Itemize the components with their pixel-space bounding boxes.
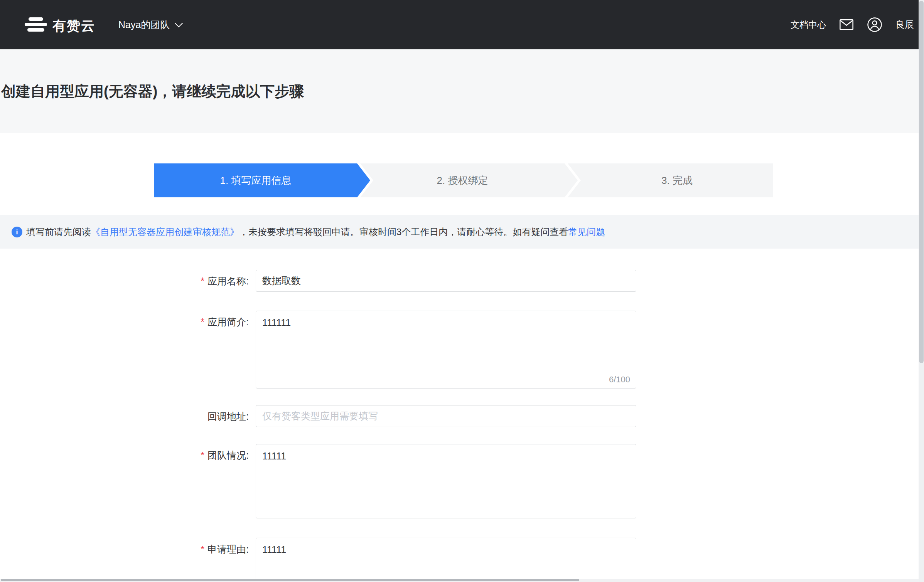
team-selector[interactable]: Naya的团队 [118, 0, 182, 49]
logo-bar [27, 28, 44, 32]
horizontal-scrollbar[interactable] [0, 579, 924, 582]
user-avatar-icon[interactable] [867, 17, 882, 32]
required-asterisk: * [201, 316, 204, 327]
apply-reason-field: 11111 [256, 538, 636, 579]
brand-title: 有赞云 [52, 17, 95, 35]
callback-url-label: 回调地址: [125, 410, 249, 422]
notice-text-part2: ，未按要求填写将驳回申请。审核时间3个工作日内，请耐心等待。如有疑问查看 [239, 227, 568, 237]
logo-bar [29, 17, 43, 21]
char-counter: 6/100 [609, 375, 630, 385]
step-tab-2-authorize-bind[interactable]: 2. 授权绑定 [360, 163, 578, 197]
app-name-label: *应用名称: [125, 275, 249, 287]
team-info-field: 11111 [256, 444, 636, 518]
steps-section: 1. 填写应用信息 2. 授权绑定 3. 完成 [0, 133, 924, 215]
apply-reason-label: *申请理由: [125, 543, 249, 555]
audit-spec-link[interactable]: 《自用型无容器应用创建审核规范》 [91, 227, 239, 237]
required-asterisk: * [201, 276, 204, 286]
step-tab-3-done[interactable]: 3. 完成 [568, 163, 773, 197]
step-label: 3. 完成 [661, 174, 693, 187]
app-form: *应用名称: *应用简介: 111111 6/100 回调地址: *团队情况: … [0, 249, 924, 579]
team-info-label: *团队情况: [125, 449, 249, 461]
label-text: 应用简介: [207, 316, 249, 327]
app-intro-label: *应用简介: [125, 316, 249, 328]
faq-link[interactable]: 常见问题 [568, 227, 605, 237]
callback-url-input[interactable] [256, 405, 636, 427]
step-label: 1. 填写应用信息 [220, 174, 292, 187]
header-right-group: 文档中心 良辰 [791, 0, 914, 49]
logo-bar [25, 23, 47, 26]
info-icon: i [12, 227, 22, 237]
required-asterisk: * [201, 450, 204, 461]
apply-reason-textarea[interactable]: 11111 [256, 538, 636, 579]
label-text: 申请理由: [207, 544, 249, 555]
label-text: 回调地址: [207, 411, 249, 422]
top-header: 有赞云 Naya的团队 文档中心 良辰 [0, 0, 924, 49]
username[interactable]: 良辰 [895, 19, 914, 31]
page-title: 创建自用型应用(无容器)，请继续完成以下步骤 [1, 81, 304, 101]
youzan-logo-icon[interactable] [25, 17, 47, 32]
notice-text: 填写前请先阅读《自用型无容器应用创建审核规范》，未按要求填写将驳回申请。审核时间… [26, 226, 605, 238]
app-intro-textarea[interactable]: 111111 [256, 311, 636, 389]
app-name-input[interactable] [256, 270, 636, 292]
vertical-scrollbar[interactable] [919, 0, 924, 582]
team-selector-label: Naya的团队 [118, 19, 170, 31]
notice-text-part1: 填写前请先阅读 [26, 227, 91, 237]
step-label: 2. 授权绑定 [437, 174, 488, 187]
title-band: 创建自用型应用(无容器)，请继续完成以下步骤 [0, 49, 924, 133]
mail-icon[interactable] [839, 19, 854, 31]
horizontal-scrollbar-thumb[interactable] [1, 579, 579, 581]
app-intro-field: 111111 6/100 [256, 311, 636, 389]
required-asterisk: * [201, 544, 204, 555]
label-text: 应用名称: [207, 276, 249, 286]
step-tab-1-fill-app-info[interactable]: 1. 填写应用信息 [154, 163, 370, 197]
team-info-textarea[interactable]: 11111 [256, 444, 636, 518]
chevron-down-icon [175, 19, 183, 27]
label-text: 团队情况: [207, 450, 249, 461]
vertical-scrollbar-thumb[interactable] [919, 1, 924, 363]
docs-center-link[interactable]: 文档中心 [791, 19, 826, 31]
notice-banner: i 填写前请先阅读《自用型无容器应用创建审核规范》，未按要求填写将驳回申请。审核… [0, 215, 924, 249]
